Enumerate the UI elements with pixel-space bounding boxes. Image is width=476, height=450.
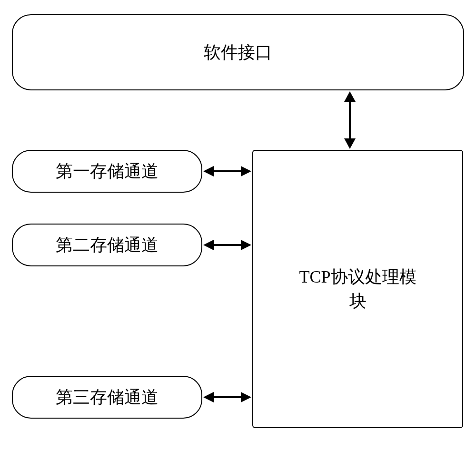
- svg-marker-11: [241, 392, 251, 402]
- svg-marker-2: [344, 138, 356, 149]
- storage-channel-3-box: 第三存储通道: [12, 376, 202, 419]
- svg-marker-7: [203, 240, 214, 250]
- storage-channel-3-label: 第三存储通道: [56, 385, 159, 409]
- tcp-processing-module-box: TCP协议处理模块: [252, 150, 463, 428]
- horizontal-double-arrow-icon: [203, 389, 251, 406]
- svg-marker-8: [241, 240, 251, 250]
- software-interface-label: 软件接口: [204, 40, 272, 64]
- svg-marker-4: [203, 166, 214, 176]
- vertical-double-arrow-icon: [340, 91, 359, 149]
- horizontal-double-arrow-icon: [203, 236, 251, 254]
- svg-marker-5: [241, 166, 251, 176]
- storage-channel-2-label: 第二存储通道: [56, 233, 159, 257]
- tcp-processing-module-label: TCP协议处理模块: [291, 265, 425, 313]
- horizontal-double-arrow-icon: [203, 163, 251, 180]
- svg-marker-1: [344, 91, 356, 102]
- storage-channel-2-box: 第二存储通道: [12, 224, 202, 266]
- storage-channel-1-box: 第一存储通道: [12, 150, 202, 193]
- svg-marker-10: [203, 392, 214, 402]
- architecture-diagram: 软件接口 TCP协议处理模块 第一存储通道 第二存储通道: [0, 0, 476, 450]
- storage-channel-1-label: 第一存储通道: [56, 159, 159, 183]
- software-interface-box: 软件接口: [12, 14, 464, 90]
